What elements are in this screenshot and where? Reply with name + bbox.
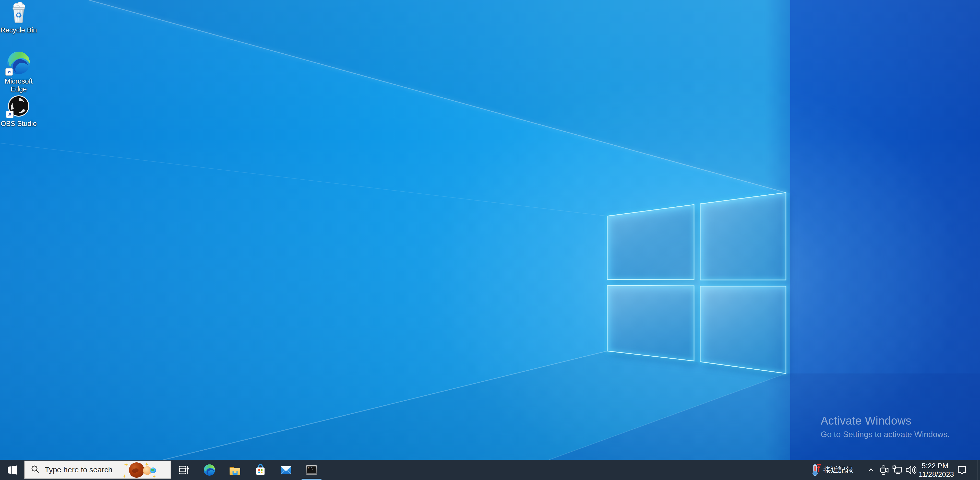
microsoft-store-icon — [254, 464, 267, 476]
search-input[interactable] — [44, 465, 122, 474]
start-button[interactable] — [0, 460, 24, 480]
show-desktop-button[interactable] — [977, 460, 980, 480]
taskbar-button-command-prompt[interactable]: C:\_ — [299, 460, 324, 480]
microsoft-edge-icon — [203, 464, 215, 476]
watermark-title: Activate Windows — [821, 415, 950, 427]
taskbar-button-file-explorer[interactable] — [222, 460, 248, 480]
volume-icon[interactable] — [905, 465, 916, 475]
desktop-icon-obs-studio[interactable]: OBS Studio — [0, 95, 38, 128]
microsoft-edge-icon — [7, 51, 30, 76]
mail-icon — [280, 464, 292, 476]
taskbar-app-buttons: C:\_ — [171, 460, 324, 480]
sparkle-icon — [145, 462, 149, 466]
command-prompt-icon: C:\_ — [305, 464, 318, 476]
system-tray: 接近記録 — [810, 460, 980, 480]
desktop-icon-label: Microsoft Edge — [0, 77, 38, 93]
desktop-icon-label: Recycle Bin — [0, 26, 37, 34]
desktop-icon-label: OBS Studio — [0, 120, 37, 128]
logo-pane-top-right — [700, 193, 786, 280]
taskbar-button-edge[interactable] — [197, 460, 222, 480]
activate-windows-watermark: Activate Windows Go to Settings to activ… — [821, 415, 950, 439]
windows-desktop-screen: { "desktop": { "icons": [ { "label": "Re… — [0, 0, 980, 480]
taskbar-clock[interactable]: 5:22 PM 11/28/2023 — [919, 462, 951, 478]
taskbar-button-microsoft-store[interactable] — [248, 460, 273, 480]
desktop-icon-recycle-bin[interactable]: ♻ Recycle Bin — [0, 2, 38, 34]
clock-date: 11/28/2023 — [919, 470, 951, 478]
logo-pane-bottom-left — [607, 285, 694, 361]
cmd-screen-text: C:\_ — [308, 467, 315, 470]
taskbar-search-box[interactable] — [24, 461, 171, 479]
desktop[interactable]: ♻ Recycle Bin — [0, 0, 980, 460]
task-view-icon — [178, 464, 190, 476]
shortcut-arrow-icon — [6, 111, 14, 118]
taskbar-button-mail[interactable] — [273, 460, 299, 480]
recycle-bin-icon: ♻ — [8, 2, 29, 24]
sparkle-icon — [123, 474, 126, 478]
tray-widget-label[interactable]: 接近記録 — [824, 465, 853, 475]
shortcut-arrow-icon — [5, 68, 13, 76]
planet-earth-icon — [150, 467, 156, 474]
action-center-icon[interactable] — [956, 465, 967, 475]
clock-time: 5:22 PM — [919, 462, 951, 470]
desktop-icon-microsoft-edge[interactable]: Microsoft Edge — [0, 51, 38, 93]
sparkle-icon — [153, 475, 156, 478]
planet-mars-icon — [129, 462, 144, 478]
sparkle-icon — [124, 462, 128, 467]
search-icon — [31, 465, 40, 475]
logo-pane-top-left — [607, 205, 694, 280]
svg-text:♻: ♻ — [15, 11, 22, 20]
hidden-icons-chevron[interactable] — [867, 466, 875, 474]
logo-pane-bottom-right — [700, 286, 786, 373]
windows-start-icon — [8, 466, 17, 475]
running-app-indicator — [302, 479, 321, 480]
network-icon[interactable] — [892, 465, 902, 475]
search-highlight-art — [122, 461, 170, 478]
obs-studio-icon — [8, 95, 30, 118]
wallpaper — [0, 0, 980, 460]
watermark-subtitle: Go to Settings to activate Windows. — [821, 430, 950, 439]
taskbar-button-task-view[interactable] — [171, 460, 197, 480]
file-explorer-icon — [229, 464, 241, 477]
meet-now-camera-icon[interactable] — [880, 465, 889, 475]
taskbar: C:\_ 接近記録 — [0, 460, 980, 480]
thermometer-widget-icon[interactable] — [810, 464, 821, 477]
